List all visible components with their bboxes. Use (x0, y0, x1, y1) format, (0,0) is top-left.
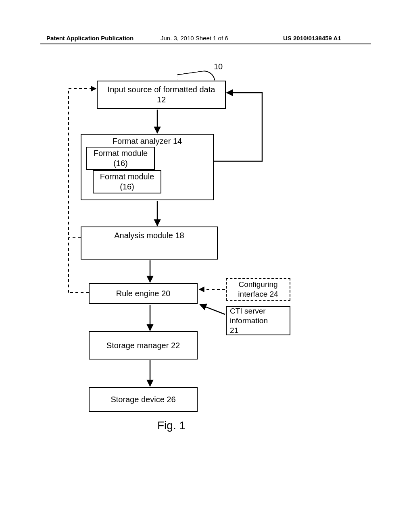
figure-1-diagram: 10 Input source of formatted data 12 For… (44, 64, 359, 488)
figure-caption: Fig. 1 (157, 419, 186, 432)
header-center: Jun. 3, 2010 Sheet 1 of 6 (161, 35, 228, 42)
header-rule (40, 44, 371, 44)
header-left: Patent Application Publication (46, 35, 133, 42)
header-right: US 2010/0138459 A1 (283, 35, 341, 42)
page-header: Patent Application Publication Jun. 3, 2… (0, 35, 413, 44)
svg-line-8 (200, 305, 225, 314)
connector-lines (44, 64, 359, 488)
